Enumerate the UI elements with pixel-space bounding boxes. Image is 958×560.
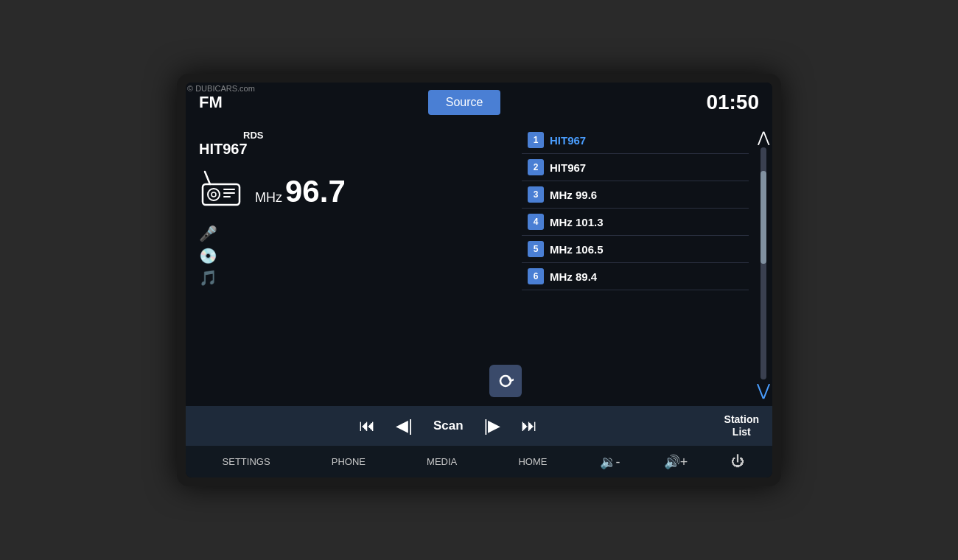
station-badge-1: 1: [528, 132, 544, 148]
station-name-3: MHz 99.6: [550, 189, 597, 201]
playback-controls: ⏮ ◀| Scan |▶ ⏭: [186, 416, 711, 435]
svg-line-1: [205, 172, 210, 184]
scrollbar-area: ⋀ ⋁: [755, 127, 772, 402]
nav-media[interactable]: MEDIA: [418, 453, 466, 470]
station-badge-2: 2: [528, 159, 544, 175]
current-station-name: HIT967: [199, 141, 473, 158]
screen: FM Source 01:50 RDS HIT967: [186, 83, 772, 477]
power-icon[interactable]: ⏻: [731, 454, 744, 469]
frequency-display: MHz 96.7: [255, 174, 346, 209]
scroll-thumb: [761, 171, 766, 264]
radio-icon-row: MHz 96.7: [199, 168, 473, 214]
watermark: © DUBICARS.com: [187, 84, 255, 93]
svg-rect-6: [223, 196, 231, 197]
station-name-6: MHz 89.4: [550, 270, 597, 283]
playback-bar: ⏮ ◀| Scan |▶ ⏭ StationList: [186, 406, 772, 446]
mhz-unit: MHz: [255, 190, 282, 206]
bottom-nav: SETTINGS PHONE MEDIA HOME 🔉- 🔊+ ⏻: [186, 446, 772, 477]
scroll-up-icon[interactable]: ⋀: [758, 130, 769, 144]
station-badge-6: 6: [528, 268, 544, 284]
volume-down-icon[interactable]: 🔉-: [600, 454, 620, 470]
station-item-5[interactable]: 5MHz 106.5: [522, 236, 749, 263]
clock-display: 01:50: [706, 91, 759, 114]
nav-settings[interactable]: SETTINGS: [214, 453, 279, 470]
play-button[interactable]: |▶: [484, 416, 501, 435]
station-name-5: MHz 106.5: [550, 243, 604, 256]
top-bar: FM Source 01:50: [186, 83, 772, 122]
disc-icon: 💿: [199, 247, 473, 265]
svg-point-3: [211, 192, 216, 197]
outer-frame: © DUBICARS.com FM Source 01:50 RDS HIT96…: [177, 74, 781, 486]
nav-phone[interactable]: PHONE: [323, 453, 374, 470]
nav-home[interactable]: HOME: [509, 453, 556, 470]
svg-rect-5: [223, 192, 235, 194]
station-item-3[interactable]: 3MHz 99.6: [522, 181, 749, 209]
refresh-btn-area: [486, 122, 522, 406]
icon-column: 🎤 💿 🎵: [199, 225, 473, 287]
station-name-2: HIT967: [550, 161, 586, 174]
station-badge-5: 5: [528, 241, 544, 257]
refresh-button[interactable]: [489, 365, 522, 397]
station-list: 1HIT9672HIT9673MHz 99.64MHz 101.35MHz 10…: [522, 127, 749, 402]
frequency-value: 96.7: [285, 174, 346, 209]
rds-label: RDS: [243, 130, 263, 141]
station-list-button[interactable]: StationList: [711, 413, 772, 438]
station-badge-3: 3: [528, 186, 544, 203]
music-note-icon: 🎵: [199, 269, 473, 287]
source-button[interactable]: Source: [428, 90, 501, 115]
scan-button[interactable]: Scan: [433, 419, 464, 433]
station-item-1[interactable]: 1HIT967: [522, 127, 749, 154]
left-panel: RDS HIT967: [186, 122, 486, 406]
station-name-4: MHz 101.3: [550, 216, 604, 228]
scroll-down-icon[interactable]: ⋁: [757, 382, 770, 399]
station-item-6[interactable]: 6MHz 89.4: [522, 263, 749, 290]
scroll-track: [761, 147, 766, 379]
station-item-2[interactable]: 2HIT967: [522, 154, 749, 181]
main-content: RDS HIT967: [186, 122, 772, 406]
svg-rect-4: [223, 189, 235, 190]
station-item-4[interactable]: 4MHz 101.3: [522, 209, 749, 236]
station-badge-4: 4: [528, 214, 544, 230]
station-info: RDS HIT967: [199, 130, 473, 158]
station-name-1: HIT967: [550, 134, 586, 147]
skip-forward-button[interactable]: ⏭: [521, 416, 537, 435]
right-panel: 1HIT9672HIT9673MHz 99.64MHz 101.35MHz 10…: [522, 122, 772, 406]
skip-back-button[interactable]: ⏮: [359, 416, 375, 435]
svg-point-2: [208, 189, 220, 200]
prev-button[interactable]: ◀|: [396, 416, 413, 435]
fm-label: FM: [199, 93, 223, 112]
radio-icon: [199, 168, 243, 214]
volume-up-icon[interactable]: 🔊+: [664, 454, 688, 470]
microphone-icon: 🎤: [199, 225, 473, 242]
